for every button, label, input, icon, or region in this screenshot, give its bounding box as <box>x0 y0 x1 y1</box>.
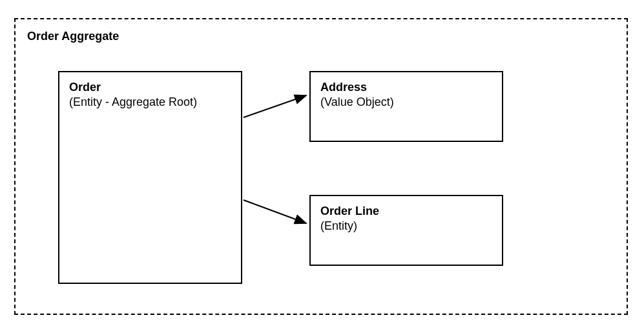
order-entity-box: Order (Entity - Aggregate Root) <box>58 71 242 284</box>
orderline-entity-box: Order Line (Entity) <box>309 195 503 266</box>
order-box-subtitle: (Entity - Aggregate Root) <box>69 95 231 110</box>
arrow-order-to-address <box>244 95 306 117</box>
address-box-subtitle: (Value Object) <box>320 95 492 110</box>
address-box-title: Address <box>320 80 492 95</box>
order-box-title: Order <box>69 80 231 95</box>
arrow-order-to-orderline <box>244 200 306 223</box>
aggregate-title: Order Aggregate <box>27 30 119 43</box>
address-valueobject-box: Address (Value Object) <box>309 71 503 142</box>
orderline-box-title: Order Line <box>320 204 492 219</box>
orderline-box-subtitle: (Entity) <box>320 219 492 234</box>
aggregate-boundary: Order Aggregate Order (Entity - Aggregat… <box>14 18 628 315</box>
